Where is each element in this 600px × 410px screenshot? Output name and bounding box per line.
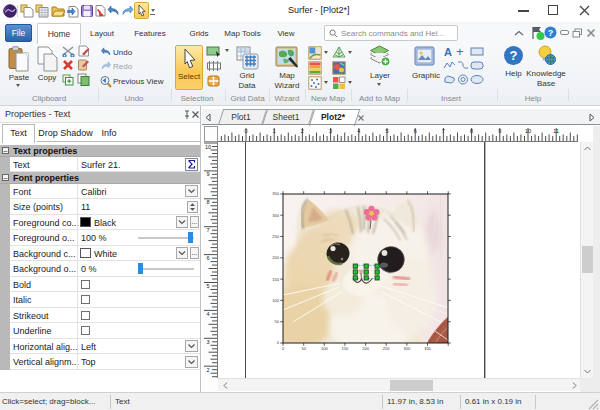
svg-text:100: 100 (272, 298, 279, 303)
svg-text:8: 8 (470, 128, 473, 134)
svg-text:4: 4 (206, 311, 209, 317)
svg-text:4: 4 (357, 128, 360, 134)
svg-text:2: 2 (301, 128, 304, 134)
svg-text:0: 0 (244, 128, 247, 134)
svg-text:250: 250 (272, 234, 279, 239)
svg-text:?: ? (548, 28, 554, 38)
svg-text:3: 3 (329, 128, 332, 134)
svg-text:6: 6 (414, 128, 417, 134)
svg-text:350: 350 (272, 191, 279, 196)
svg-text:50: 50 (301, 346, 306, 351)
svg-text:200: 200 (362, 346, 369, 351)
svg-text:10: 10 (205, 144, 211, 150)
svg-text:5: 5 (206, 283, 209, 289)
svg-text:9: 9 (498, 128, 501, 134)
svg-text:5: 5 (385, 128, 388, 134)
svg-text:1: 1 (273, 128, 276, 134)
svg-text:300: 300 (404, 346, 411, 351)
svg-text:?: ? (510, 48, 518, 63)
svg-text:9: 9 (206, 171, 209, 177)
svg-text:8: 8 (206, 199, 209, 205)
svg-text:300: 300 (272, 213, 279, 218)
svg-text:11: 11 (553, 128, 559, 134)
svg-text:50: 50 (275, 319, 280, 324)
svg-text:250: 250 (383, 346, 390, 351)
svg-text:6: 6 (206, 255, 209, 261)
svg-text:150: 150 (342, 346, 349, 351)
svg-text:3: 3 (206, 339, 209, 345)
svg-text:150: 150 (272, 277, 279, 282)
svg-text:2: 2 (206, 367, 209, 373)
svg-text:0: 0 (277, 340, 280, 345)
svg-text:100: 100 (321, 346, 328, 351)
svg-text:7: 7 (442, 128, 445, 134)
svg-text:350: 350 (424, 346, 431, 351)
svg-text:7: 7 (206, 227, 209, 233)
svg-text:0: 0 (282, 346, 285, 351)
svg-text:10: 10 (525, 128, 531, 134)
svg-text:200: 200 (272, 255, 279, 260)
